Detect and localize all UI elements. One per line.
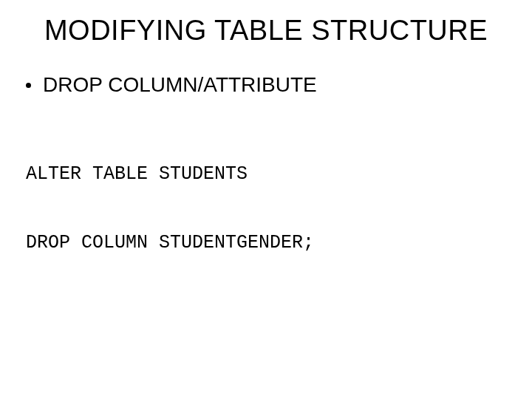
slide-title: MODIFYING TABLE STRUCTURE: [0, 15, 532, 47]
bullet-icon: [26, 83, 31, 88]
code-block: ALTER TABLE STUDENTS DROP COLUMN STUDENT…: [0, 116, 532, 301]
bullet-item: DROP COLUMN/ATTRIBUTE: [0, 73, 532, 97]
slide: MODIFYING TABLE STRUCTURE DROP COLUMN/AT…: [0, 0, 532, 399]
code-line-2: DROP COLUMN STUDENTGENDER;: [26, 231, 532, 254]
bullet-text: DROP COLUMN/ATTRIBUTE: [43, 73, 317, 97]
code-line-1: ALTER TABLE STUDENTS: [26, 163, 532, 185]
